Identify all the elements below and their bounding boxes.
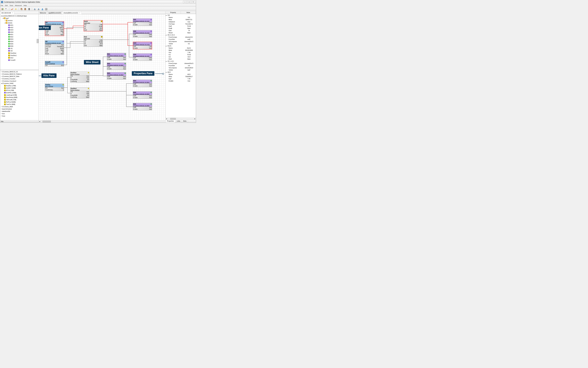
tree-root[interactable]: ccontrols-BASC22-3.1.0(Default App)	[2, 15, 27, 17]
component-slot[interactable]: InpF8.46	[133, 57, 152, 59]
download-icon[interactable]	[37, 8, 40, 11]
trash-icon[interactable]	[27, 8, 31, 11]
navigation-tree[interactable]: ◢ccontrols-BASC22-3.1.0(Default App) ◢ap…	[0, 14, 39, 70]
scroll-thumb[interactable]	[43, 121, 51, 122]
property-row[interactable]: ToCompone/sheets/Div21	[166, 40, 196, 43]
component-slot[interactable]: Outtrue	[70, 91, 89, 93]
component-TickToc[interactable]: TickTocfunc::TickTockOuttrueTicksPerSec1	[45, 84, 64, 91]
kit-folder[interactable]: ▷CControls_Function	[0, 77, 38, 80]
component-slot[interactable]: PulseWidth5.0	[70, 95, 89, 96]
kit-folder[interactable]: ▷CControls_BASC22_Web	[0, 75, 38, 77]
component-slot[interactable]: In179.45	[84, 26, 102, 28]
component-BO3[interactable]: BO3CControls_BASC22_IO::BO3InpBtrueEnabl…	[107, 72, 126, 80]
bolt-icon[interactable]	[14, 8, 18, 11]
component-slot[interactable]: InpBtrue	[133, 83, 152, 85]
kit-item[interactable]: ↘AnaHiLo [76B]	[0, 84, 38, 87]
close-icon[interactable]: ✕	[12, 12, 13, 14]
tab-properties[interactable]: Properties	[166, 120, 175, 122]
tree-app[interactable]: app*	[6, 17, 9, 19]
tree-item[interactable]: AO3	[0, 29, 38, 31]
property-row[interactable]: InpF7.94	[166, 78, 196, 80]
property-row[interactable]: ChnTypeThm10KT3	[166, 23, 196, 25]
property-group[interactable]: ◢Div21	[166, 45, 196, 47]
component-slot[interactable]: In184.66	[84, 41, 103, 43]
property-row[interactable]: OutF79.45	[166, 25, 196, 27]
tree-item[interactable]: AO4	[0, 31, 38, 33]
properties-hscroll[interactable]: ◂▸	[166, 118, 196, 120]
component-slot[interactable]: CanRetrigfalse	[70, 96, 89, 98]
kit-item[interactable]: ↘RnProof [60B]	[0, 101, 38, 103]
tree-item[interactable]: ConstFl	[0, 59, 38, 61]
property-row[interactable]: NameDiv21	[166, 47, 196, 49]
wiresheet-canvas[interactable]: UI1CControls_BASC22_IO::UI1Initializedtr…	[39, 14, 165, 120]
component-slot[interactable]: In210.0	[84, 28, 102, 29]
tree-item[interactable]: AO1	[0, 24, 38, 26]
component-slot[interactable]: OutF84.66	[45, 48, 64, 49]
property-group[interactable]: ◢AO3	[166, 71, 196, 73]
kit-folder[interactable]: ▷CControls_Function2	[0, 80, 38, 82]
component-slot[interactable]: Outtrue	[70, 75, 89, 77]
property-row[interactable]: NameUI1	[166, 16, 196, 18]
minimize-button[interactable]: —	[183, 1, 187, 3]
component-slot[interactable]: InpF7.94	[133, 46, 152, 47]
kit-item[interactable]: ↘AntiSCY [64B]	[0, 87, 38, 89]
kit-folder[interactable]: ▷CControls_BASC22_Platform	[0, 73, 38, 75]
tree-item[interactable]: ↘OneShot	[0, 52, 38, 54]
kit-item[interactable]: ↘TockTic [60B]	[0, 103, 38, 105]
kit-folder[interactable]: ▷CControls_Math	[0, 105, 38, 108]
kits-tree[interactable]: ▷CControls_BASC22_IO▷CControls_BASC22_Pl…	[0, 70, 39, 120]
tree-item[interactable]: +Div2	[0, 56, 38, 59]
component-slot[interactable]: InpBtrue	[107, 66, 126, 68]
tree-service[interactable]: service	[8, 20, 13, 21]
component-BO2[interactable]: BO2CControls_BASC22_IO::BO2InpBtrueEnabl…	[107, 63, 126, 70]
component-AO1[interactable]: AO1CControls_BASC22_IO::AO1InpF7.94Enabl…	[133, 18, 152, 26]
component-OneShot[interactable]: OneShottiming::OneShotOuttrueIntruePulse…	[70, 72, 89, 83]
tab-welcome[interactable]: Welcome	[39, 11, 47, 14]
kit-folder[interactable]: ▷datetimeStd	[0, 110, 38, 112]
kit-folder[interactable]: ▷CControls_BASC22_IO	[0, 71, 38, 73]
component-slot[interactable]: Enabletrue	[107, 78, 126, 79]
kit-item[interactable]: EnhPID [140B]	[0, 92, 38, 94]
wiresheet-hscroll[interactable]: ◂	[39, 120, 165, 122]
property-row[interactable]: In210.0	[166, 56, 196, 58]
property-row[interactable]: FromCompo/sheets/UI1	[166, 36, 196, 38]
kit-item[interactable]: ↘NumDamp [68B]	[0, 96, 38, 98]
component-slot[interactable]: Enabletrue	[107, 58, 126, 60]
kit-item[interactable]: ↘LeadLag [124B]	[0, 94, 38, 96]
component-slot[interactable]: Div0false	[84, 45, 103, 46]
component-slot[interactable]: InpF7.94	[133, 22, 152, 24]
tree-sheets[interactable]: sheets	[8, 22, 12, 24]
component-BO1[interactable]: BO1CControls_BASC22_IO::BO1InpBtrueEnabl…	[107, 53, 126, 60]
component-slot[interactable]: InpBtrue	[107, 57, 126, 58]
component-slot[interactable]: Enabletrue	[133, 109, 152, 110]
menu-tools[interactable]: Tools	[9, 5, 13, 6]
tree-item[interactable]: UI2	[0, 50, 38, 52]
component-AO4[interactable]: AO4CControls_BASC22_IO::AO4InpF8.46Enabl…	[133, 53, 152, 61]
scroll-thumb[interactable]	[170, 118, 176, 120]
component-Div21[interactable]: Div21+math::Div2Out7.94In179.45In210.0Di…	[84, 20, 103, 31]
component-slot[interactable]: InpBtrue	[107, 76, 126, 78]
component-slot[interactable]: Out10.0	[45, 65, 64, 66]
component-slot[interactable]: Enabletrue	[133, 47, 152, 49]
property-group[interactable]: ◢22.1->8.1	[166, 60, 196, 62]
close-icon[interactable]: ✕	[79, 12, 80, 14]
component-UI2[interactable]: UI2CControls_BASC22_IO::UI2Initializedtr…	[45, 40, 64, 55]
tree-item[interactable]: BO6	[0, 45, 38, 47]
menu-file[interactable]: File	[1, 5, 3, 6]
property-row[interactable]: Resetfalse	[166, 32, 196, 34]
component-slot[interactable]: Out7.94	[84, 24, 102, 26]
tree-item[interactable]: ↘OneSho1	[0, 54, 38, 56]
property-group[interactable]: ◢UI1	[166, 14, 196, 16]
component-slot[interactable]: OutBfalse	[45, 30, 64, 32]
component-slot[interactable]: Enabletrue	[133, 97, 152, 99]
kit-folder-open[interactable]: ◢CControls_HVAC	[0, 82, 38, 84]
component-slot[interactable]: Resetfalse	[45, 53, 64, 55]
property-row[interactable]: Div0false	[166, 58, 196, 60]
tab-app[interactable]: app(BAScontrol22)	[47, 11, 63, 14]
panes-icon[interactable]	[1, 8, 4, 11]
property-row[interactable]: OutBfalse	[166, 27, 196, 29]
component-slot[interactable]: InpBtrue	[133, 107, 152, 109]
tree-item[interactable]: BO5	[0, 43, 38, 45]
nav-tab-ip[interactable]: 192.168.92.68✕	[0, 11, 14, 14]
component-OneSho1[interactable]: OneSho1timing::OneShotOuttrueIntruePulse…	[70, 87, 89, 98]
